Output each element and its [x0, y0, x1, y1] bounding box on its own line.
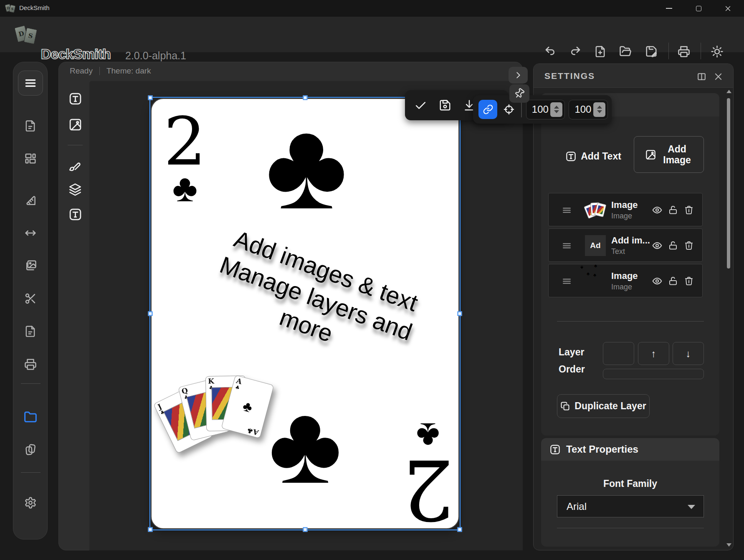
hamburger-icon — [26, 80, 35, 86]
scrollbar-thumb[interactable] — [727, 98, 730, 269]
layer-order-bar[interactable] — [603, 369, 704, 379]
app-logo-icon: D S — [5, 3, 17, 14]
split-panel-icon — [698, 73, 705, 80]
duplicate-layer-button[interactable]: Duplicate Layer — [557, 394, 650, 418]
tool-divider — [68, 145, 83, 145]
floppy-icon — [440, 101, 450, 110]
font-family-select[interactable]: Arial — [557, 495, 704, 517]
width-input[interactable]: 100 — [526, 100, 565, 119]
stepper-down-icon[interactable] — [597, 110, 602, 113]
redo-button[interactable] — [568, 44, 582, 58]
menu-button[interactable] — [18, 71, 43, 96]
eye-icon — [653, 278, 662, 284]
resize-handle-w[interactable] — [148, 312, 153, 316]
sidebar-item-gallery[interactable] — [21, 256, 40, 275]
eye-icon — [653, 207, 662, 213]
layer-order-label: Layer Order — [559, 344, 584, 378]
font-family-label: Font Family — [541, 478, 719, 489]
move-layer-up-button[interactable]: ↑ — [638, 342, 669, 365]
undo-button[interactable] — [543, 44, 557, 58]
tool-add-image[interactable] — [67, 117, 83, 132]
sidebar-item-cut[interactable] — [21, 289, 40, 308]
brand-logo-icon: D S — [15, 24, 38, 46]
width-stepper[interactable] — [550, 102, 562, 117]
download-icon — [466, 101, 473, 110]
tool-add-text[interactable] — [67, 91, 83, 106]
new-file-icon — [596, 46, 604, 56]
visibility-toggle[interactable] — [651, 240, 663, 251]
height-input[interactable]: 100 — [569, 100, 608, 119]
layers-section: Add Text Add Image Image Image — [541, 93, 719, 436]
tool-layers[interactable] — [67, 182, 83, 198]
add-text-button[interactable]: Add Text — [558, 142, 629, 171]
new-file-button[interactable] — [593, 44, 607, 58]
add-image-button[interactable]: Add Image — [634, 136, 704, 173]
close-button[interactable] — [717, 0, 738, 17]
close-panel-button[interactable] — [712, 71, 724, 82]
stepper-up-icon[interactable] — [554, 106, 559, 109]
layer-row-text[interactable]: Ad Add im... Text — [548, 228, 703, 262]
maximize-button[interactable] — [688, 0, 709, 17]
selection-outline — [149, 97, 461, 530]
height-stepper[interactable] — [593, 102, 605, 117]
resize-handle-e[interactable] — [458, 312, 462, 316]
size-toolbar: 100 100 — [473, 95, 612, 124]
sidebar-item-layout[interactable] — [21, 149, 40, 167]
lock-toggle[interactable] — [667, 204, 679, 216]
redo-icon — [572, 47, 580, 55]
sidebar-item-projects-active[interactable] — [21, 408, 40, 426]
cards-icon — [26, 444, 35, 454]
tool-text-2[interactable] — [67, 206, 83, 222]
visibility-toggle[interactable] — [651, 204, 663, 216]
resize-handle-se[interactable] — [458, 527, 462, 532]
drag-handle-icon[interactable] — [561, 276, 572, 287]
delete-layer-button[interactable] — [683, 240, 695, 251]
minimize-button[interactable] — [658, 0, 679, 17]
brand-wordmark: DeckSmith — [41, 46, 111, 62]
drag-handle-icon[interactable] — [561, 205, 572, 216]
resize-handle-sw[interactable] — [148, 527, 153, 532]
resize-handle-s[interactable] — [303, 527, 307, 532]
sidebar-item-settings[interactable] — [21, 494, 40, 512]
sidebar-item-resize[interactable] — [21, 224, 40, 242]
header-divider — [668, 43, 669, 59]
layer-row-image-fan[interactable]: Image Image — [548, 193, 703, 226]
delete-layer-button[interactable] — [683, 275, 695, 287]
link-dimensions-button[interactable] — [478, 100, 497, 119]
print-button[interactable] — [677, 44, 691, 58]
layer-row-image-card[interactable]: ♣ ♣ ♣ ♣ Image Image — [548, 264, 703, 297]
save-project-button[interactable] — [644, 44, 658, 58]
delete-layer-button[interactable] — [683, 204, 695, 216]
trash-icon — [686, 277, 692, 285]
layer-order-extra-button[interactable] — [603, 342, 634, 365]
pin-button[interactable] — [509, 84, 529, 103]
settings-scrollbar[interactable] — [726, 89, 731, 547]
stepper-down-icon[interactable] — [554, 110, 559, 113]
sidebar-item-document[interactable] — [21, 117, 40, 135]
sidebar-item-decks[interactable] — [21, 441, 40, 459]
theme-toggle-button[interactable] — [710, 44, 724, 58]
sidebar-item-measure[interactable] — [21, 191, 40, 209]
scroll-down-icon[interactable] — [726, 543, 731, 547]
dock-panel-button[interactable] — [696, 71, 707, 82]
scroll-up-icon[interactable] — [726, 90, 731, 93]
visibility-toggle[interactable] — [651, 275, 663, 287]
collapse-panel-button[interactable] — [509, 67, 528, 84]
settings-panel: SETTINGS Add Text Add Image — [533, 63, 734, 550]
sidebar-item-print[interactable] — [21, 355, 40, 373]
tool-brush[interactable] — [67, 158, 83, 174]
center-target-button[interactable] — [500, 100, 518, 119]
copy-icon — [562, 402, 569, 410]
sidebar-item-file[interactable] — [21, 322, 40, 340]
resize-handle-n[interactable] — [303, 96, 307, 100]
resize-handle-nw[interactable] — [148, 96, 153, 100]
confirm-button[interactable] — [414, 99, 427, 112]
drag-handle-icon[interactable] — [561, 240, 572, 251]
lock-toggle[interactable] — [667, 275, 679, 287]
lock-toggle[interactable] — [667, 240, 679, 251]
move-layer-down-button[interactable]: ↓ — [673, 342, 704, 365]
scissors-icon — [26, 294, 35, 303]
open-project-button[interactable] — [618, 44, 633, 58]
save-layer-button[interactable] — [439, 99, 451, 111]
stepper-up-icon[interactable] — [597, 106, 602, 109]
